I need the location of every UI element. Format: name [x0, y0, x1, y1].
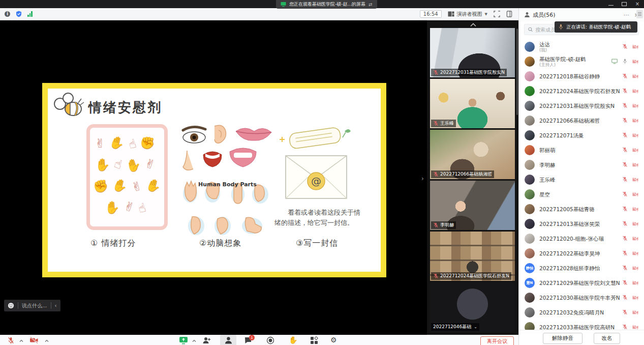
mic-off-icon[interactable]: [622, 265, 628, 271]
mic-off-icon[interactable]: [622, 280, 628, 285]
member-row[interactable]: 郭丽萌: [519, 142, 644, 157]
mic-on-icon[interactable]: [622, 59, 628, 64]
invite-member-button[interactable]: [202, 336, 211, 344]
member-row[interactable]: 2022712030基础医学院牛丰芳N: [519, 290, 644, 305]
mic-off-icon[interactable]: [622, 250, 628, 256]
collapse-strip-icon[interactable]: ›: [421, 175, 424, 182]
member-row[interactable]: 王乐峰: [519, 172, 644, 187]
fullscreen-icon[interactable]: [494, 11, 500, 17]
cam-off-icon[interactable]: [632, 89, 638, 94]
mic-off-icon[interactable]: [622, 73, 628, 79]
member-row[interactable]: 2022712020-细胞-张心瑞: [519, 231, 644, 246]
cam-off-icon[interactable]: [632, 177, 638, 182]
mic-off-icon[interactable]: [622, 44, 628, 49]
cam-off-icon[interactable]: [632, 295, 638, 300]
side-panel-icon[interactable]: [506, 11, 512, 17]
leave-meeting-button[interactable]: 离开会议: [480, 336, 514, 345]
mic-off-icon[interactable]: [622, 309, 628, 315]
mic-off-icon[interactable]: [622, 236, 628, 241]
caret-button[interactable]: [192, 336, 196, 342]
cam-off-icon[interactable]: [632, 251, 638, 256]
unmute-button[interactable]: 解除静音: [543, 333, 582, 344]
raise-hand-button[interactable]: ✋: [289, 336, 297, 344]
member-row[interactable]: 达达 (我): [519, 39, 644, 54]
cam-off-icon[interactable]: [632, 310, 638, 315]
member-row[interactable]: 2022712013基础张笑荣: [519, 216, 644, 231]
chat-button[interactable]: 1: [244, 336, 252, 344]
cam-off-icon[interactable]: [632, 221, 638, 226]
cam-off-icon[interactable]: [632, 236, 638, 241]
cam-off-icon[interactable]: [632, 148, 638, 153]
network-signal-icon[interactable]: [27, 11, 33, 17]
cam-off-icon[interactable]: [632, 280, 638, 285]
rename-button[interactable]: 改名: [594, 333, 620, 344]
apps-button[interactable]: [310, 336, 318, 344]
member-row[interactable]: 2022712022基础李昊坤: [519, 246, 644, 261]
cam-off-icon[interactable]: [632, 133, 638, 138]
video-tile[interactable]: 李明赫: [430, 181, 515, 230]
mic-off-icon[interactable]: [622, 191, 628, 197]
member-row[interactable]: 基础医学院-硕-赵鹤 (主持人): [519, 54, 644, 69]
cam-off-icon[interactable]: [632, 59, 638, 64]
member-row[interactable]: 2022712071汤曼: [519, 128, 644, 142]
strip-scroll-up-button[interactable]: [430, 21, 516, 28]
close-button[interactable]: ×: [635, 2, 640, 7]
mic-off-icon[interactable]: [622, 295, 628, 300]
settings-button[interactable]: ⚙: [330, 336, 337, 344]
view-mode-selector[interactable]: 演讲者视图 ▼: [448, 11, 487, 18]
mic-off-icon[interactable]: [622, 162, 628, 167]
mic-off-icon[interactable]: [622, 88, 628, 94]
cam-off-icon[interactable]: [632, 103, 638, 108]
member-row[interactable]: 静怡 2022712028组胚李静怡: [519, 261, 644, 275]
microphone-muted-button[interactable]: [7, 336, 15, 344]
member-row[interactable]: 2022712031基础医学院殷实N: [519, 98, 644, 113]
member-row[interactable]: 2022712024基础医学院石舒友N: [519, 83, 644, 98]
member-row[interactable]: 2022712066基础杨湘哲: [519, 113, 644, 128]
video-tile[interactable]: 2022712066基础杨湘哲: [430, 130, 515, 179]
caret-button[interactable]: [19, 336, 23, 342]
cam-off-icon[interactable]: [632, 207, 638, 212]
emoji-icon[interactable]: [8, 302, 14, 309]
cam-off-icon[interactable]: [632, 325, 638, 330]
minimize-button[interactable]: [608, 3, 614, 6]
member-row[interactable]: 2022712033基础医学院高研N: [519, 320, 644, 330]
mic-off-icon[interactable]: [622, 206, 628, 212]
member-row[interactable]: 2022712018基础谷静静: [519, 69, 644, 83]
mic-off-icon[interactable]: [622, 177, 628, 182]
maximize-button[interactable]: [622, 2, 627, 6]
caret-button[interactable]: [45, 336, 49, 342]
mic-off-icon[interactable]: [622, 221, 628, 226]
video-tile[interactable]: 2022712031基础医学院殷实N: [430, 28, 515, 77]
quick-chat-bar[interactable]: 说点什么... ‹: [4, 300, 60, 311]
member-row[interactable]: 2022712005基础青骆: [519, 202, 644, 216]
mic-off-icon[interactable]: [622, 324, 628, 330]
cam-off-icon[interactable]: [632, 74, 638, 79]
collapse-chat-icon[interactable]: ‹: [55, 303, 57, 308]
chat-input-hint[interactable]: 说点什么...: [22, 302, 47, 309]
member-row[interactable]: 李明赫: [519, 157, 644, 172]
cam-off-icon[interactable]: [632, 162, 638, 167]
mic-off-icon[interactable]: [622, 118, 628, 123]
strip-scrollbar[interactable]: [516, 28, 518, 115]
screen-icon[interactable]: [611, 59, 618, 64]
cam-off-icon[interactable]: [632, 44, 638, 49]
video-tile[interactable]: 2022712024基础医学院石舒友N: [430, 232, 515, 281]
share-screen-button[interactable]: [179, 336, 188, 344]
video-tile[interactable]: 王乐峰: [430, 79, 515, 128]
mic-off-icon[interactable]: [622, 132, 628, 138]
camera-off-button[interactable]: [29, 336, 39, 344]
switch-display-icon[interactable]: ⇄: [369, 2, 373, 7]
panel-handle-icon[interactable]: [636, 10, 643, 18]
record-button[interactable]: [266, 336, 274, 344]
security-shield-icon[interactable]: [16, 11, 22, 17]
more-options-icon[interactable]: ⋯: [624, 12, 629, 18]
meeting-info-icon[interactable]: i: [5, 11, 10, 17]
member-row[interactable]: 慧N 2022712029基础医学院刘文慧N: [519, 275, 644, 290]
video-tile[interactable]: 2022712046基础 ⌄: [430, 282, 515, 332]
mic-off-icon[interactable]: [622, 103, 628, 108]
chevron-down-icon[interactable]: ⌄: [474, 325, 477, 329]
cam-off-icon[interactable]: [632, 192, 638, 197]
cam-off-icon[interactable]: [632, 118, 638, 123]
member-row[interactable]: 2022712032免疫冯晴月N: [519, 305, 644, 320]
mic-off-icon[interactable]: [622, 147, 628, 153]
